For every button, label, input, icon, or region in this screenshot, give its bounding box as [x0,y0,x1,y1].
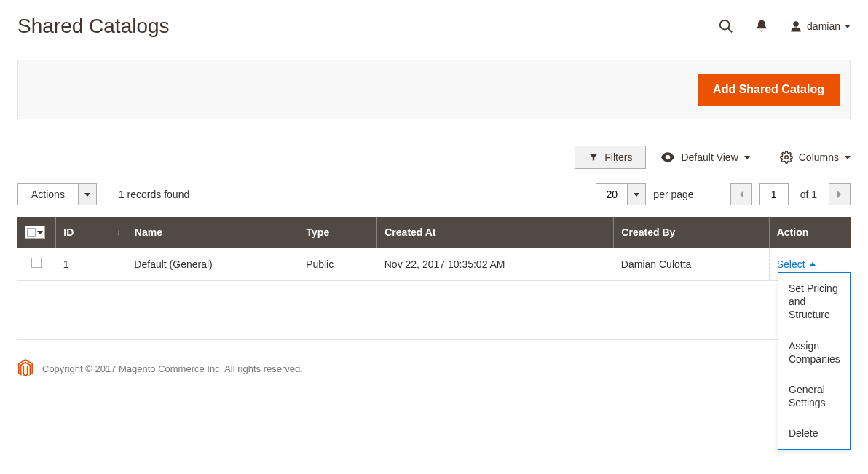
cell-name: Default (General) [127,248,299,281]
notifications-icon[interactable] [754,19,769,33]
col-header-checkbox[interactable] [17,217,56,248]
filters-label: Filters [604,151,632,163]
columns-dropdown[interactable]: Columns [780,151,851,164]
grid-header-row: ID ↓ Name Type Created At Created By Act… [17,217,851,248]
chevron-up-icon [810,262,816,266]
magento-logo-icon [17,359,33,378]
cell-type: Public [299,248,377,281]
bulk-actions-toggle[interactable] [79,183,97,205]
default-view-dropdown[interactable]: Default View [660,151,749,163]
per-page-label: per page [653,189,693,200]
col-header-created-by[interactable]: Created By [614,217,769,248]
per-page-select[interactable] [596,183,646,205]
primary-action-bar: Add Shared Catalog [17,60,851,119]
default-view-label: Default View [681,151,738,163]
grid-controls: Actions 1 records found per page of 1 [17,183,851,205]
user-name: damian [807,20,840,32]
header-actions: damian [718,18,851,34]
svg-point-0 [720,20,730,30]
next-page-button[interactable] [829,183,851,205]
col-header-id[interactable]: ID ↓ [56,217,127,248]
eye-icon [660,152,675,162]
page-number-input[interactable] [760,183,789,205]
menu-item-assign-companies[interactable]: Assign Companies [778,331,850,374]
bulk-actions-select[interactable]: Actions [17,183,97,205]
records-found: 1 records found [119,189,189,200]
copyright-text: Copyright © 2017 Magento Commerce Inc. A… [42,363,303,374]
prev-page-button[interactable] [730,183,752,205]
user-menu[interactable]: damian [789,20,851,33]
add-shared-catalog-button[interactable]: Add Shared Catalog [698,74,840,106]
select-label: Select [777,258,805,270]
page-title: Shared Catalogs [17,15,170,38]
chevron-down-icon [845,156,851,159]
row-action-menu: Set Pricing and Structure Assign Compani… [778,272,851,450]
col-header-type[interactable]: Type [299,217,377,248]
chevron-down-icon [845,25,851,28]
filters-button[interactable]: Filters [575,146,646,169]
search-icon[interactable] [718,18,734,34]
gear-icon [780,151,793,164]
cell-id: 1 [56,248,127,281]
chevron-down-icon [84,193,90,197]
cell-created-by: Damian Culotta [614,248,769,281]
funnel-icon [588,152,599,162]
row-checkbox[interactable] [31,258,42,268]
page-footer: Copyright © 2017 Magento Commerce Inc. A… [17,339,851,397]
menu-item-set-pricing[interactable]: Set Pricing and Structure [778,273,850,331]
page-total-label: of 1 [800,189,817,200]
menu-item-general-settings[interactable]: General Settings [778,374,850,418]
col-header-action: Action [769,217,851,248]
table-row[interactable]: 1 Default (General) Public Nov 22, 2017 … [17,248,851,281]
chevron-down-icon [634,193,639,197]
per-page-toggle[interactable] [628,183,646,205]
shared-catalogs-grid: ID ↓ Name Type Created At Created By Act… [17,217,851,281]
menu-item-delete[interactable]: Delete [778,418,850,449]
cell-created-at: Nov 22, 2017 10:35:02 AM [377,248,614,281]
divider [765,149,765,166]
row-action-select[interactable]: Select [777,258,816,270]
chevron-down-icon [744,156,750,159]
page-header: Shared Catalogs damian [17,0,851,60]
svg-line-1 [728,28,733,33]
col-header-created-at[interactable]: Created At [377,217,614,248]
bulk-actions-label: Actions [17,183,79,205]
chevron-left-icon [738,190,744,199]
svg-point-2 [793,21,799,27]
columns-label: Columns [799,151,839,163]
chevron-right-icon [837,190,843,199]
user-icon [789,20,802,33]
per-page-input[interactable] [596,183,628,205]
svg-point-3 [785,156,789,159]
grid-toolbar: Filters Default View Columns [17,146,851,169]
col-header-name[interactable]: Name [127,217,299,248]
sort-arrow-icon: ↓ [117,227,121,237]
